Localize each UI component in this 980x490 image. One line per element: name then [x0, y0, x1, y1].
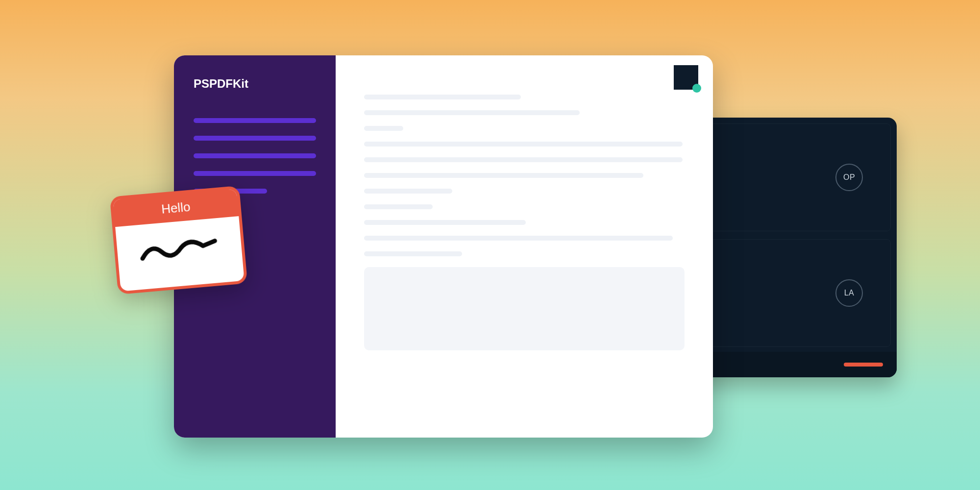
leave-call-button[interactable] [844, 363, 883, 367]
sidebar-item[interactable] [194, 118, 316, 123]
text-placeholder [364, 236, 673, 241]
avatar-initials: OP [843, 173, 855, 182]
document-window: PSPDFKit [174, 55, 713, 438]
text-placeholder [364, 157, 683, 162]
app-title: PSPDFKit [194, 77, 316, 91]
text-placeholder [364, 189, 452, 194]
name-tag-label: Hello [113, 189, 239, 227]
avatar-initials: LA [844, 289, 855, 297]
text-placeholder [364, 142, 683, 147]
status-dot-icon [692, 84, 701, 93]
document-content [336, 55, 713, 438]
comment-input[interactable] [364, 267, 685, 350]
text-placeholder [364, 204, 433, 209]
text-placeholder [364, 251, 462, 256]
avatar: OP [835, 164, 863, 191]
text-placeholder [364, 95, 521, 99]
name-tag-body: Hello [110, 186, 247, 294]
signature-icon [136, 229, 226, 271]
text-placeholder [364, 220, 526, 225]
avatar: LA [835, 279, 863, 307]
sidebar-item[interactable] [194, 136, 316, 141]
text-placeholder [364, 126, 403, 131]
name-tag-badge[interactable]: Hello [110, 186, 247, 294]
text-placeholder [364, 110, 580, 115]
sidebar-item[interactable] [194, 153, 316, 158]
text-placeholder [364, 173, 643, 178]
sidebar-item[interactable] [194, 171, 316, 176]
